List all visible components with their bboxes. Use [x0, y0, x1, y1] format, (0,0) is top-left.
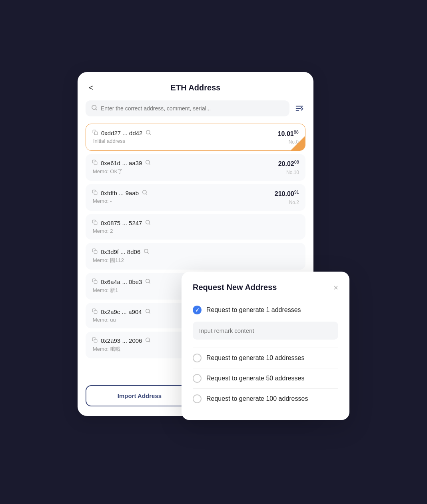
radio-option-2[interactable]: Request to generate 50 addresses — [193, 370, 338, 387]
address-left: 0x2a93 ... 2006 Memo: 哦哦 — [92, 337, 151, 353]
address-item[interactable]: 0xe61d ... aa39 Memo: OK了 20.0208 No.10 — [86, 154, 305, 181]
address-text: 0x3d9f ... 8d06 — [101, 248, 140, 255]
search-address-icon[interactable] — [146, 130, 151, 136]
no-label: No.10 — [286, 170, 299, 175]
radio-option-3[interactable]: Request to generate 100 addresses — [193, 390, 338, 407]
address-text: 0xfdfb ... 9aab — [101, 190, 139, 196]
divider — [193, 368, 338, 368]
copy-icon — [92, 220, 98, 226]
svg-line-10 — [149, 164, 150, 165]
svg-rect-14 — [94, 222, 97, 225]
radio-circle: ✓ — [193, 306, 202, 314]
address-text: 0xdd27 ... dd42 — [101, 130, 142, 136]
search-address-icon[interactable] — [144, 248, 149, 255]
search-address-icon[interactable] — [145, 160, 151, 166]
address-left: 0x6a4a ... 0be3 Memo: 新1 — [92, 278, 151, 294]
address-row: 0x2a9c ... a904 — [92, 308, 151, 315]
page-title: ETH Address — [171, 83, 221, 92]
svg-rect-26 — [94, 339, 97, 342]
filter-button[interactable] — [293, 102, 305, 114]
modal-close-button[interactable]: × — [333, 284, 338, 292]
copy-icon — [92, 248, 98, 255]
checkmark-icon: ✓ — [195, 307, 200, 313]
address-text: 0x2a93 ... 2006 — [101, 337, 142, 344]
memo-text: Memo: 圆112 — [92, 257, 149, 264]
modal-option: Request to generate 100 addresses — [193, 390, 338, 407]
import-address-button[interactable]: Import Address — [86, 385, 194, 406]
address-row: 0xfdfb ... 9aab — [92, 190, 148, 196]
address-left: 0x3d9f ... 8d06 Memo: 圆112 — [92, 248, 149, 264]
svg-rect-17 — [94, 250, 97, 254]
search-input[interactable] — [101, 105, 284, 112]
address-row: 0x3d9f ... 8d06 — [92, 248, 149, 255]
radio-label: Request to generate 1 addresses — [206, 306, 301, 314]
page-header: < ETH Address — [86, 83, 305, 92]
address-item[interactable]: 0x0875 ... 5247 Memo: 2 — [86, 214, 305, 240]
copy-icon — [92, 130, 98, 136]
copy-icon — [92, 308, 98, 315]
copy-icon — [92, 278, 98, 285]
address-text: 0x2a9c ... a904 — [101, 308, 142, 315]
svg-line-7 — [150, 134, 151, 135]
request-new-address-modal: Request New Address × ✓ Request to gener… — [182, 272, 349, 420]
address-left: 0x0875 ... 5247 Memo: 2 — [92, 220, 151, 234]
remark-input[interactable] — [193, 322, 338, 340]
search-address-icon[interactable] — [145, 308, 151, 315]
svg-line-28 — [149, 341, 150, 342]
address-item[interactable]: 0xfdfb ... 9aab Memo: - 210.0091 No.2 — [86, 184, 305, 210]
copy-icon — [92, 190, 98, 196]
address-row: 0xe61d ... aa39 — [92, 160, 151, 166]
svg-rect-11 — [94, 192, 97, 195]
memo-text: Memo: uu — [92, 317, 151, 323]
address-row: 0x2a93 ... 2006 — [92, 337, 151, 344]
svg-line-22 — [149, 282, 150, 283]
radio-option-0[interactable]: ✓ Request to generate 1 addresses — [193, 302, 338, 318]
copy-icon — [92, 160, 98, 166]
active-indicator — [291, 136, 305, 150]
address-text: 0x6a4a ... 0be3 — [101, 278, 142, 285]
address-left: 0x2a9c ... a904 Memo: uu — [92, 308, 151, 323]
balance: 20.0208 — [278, 160, 299, 168]
svg-rect-23 — [94, 310, 97, 314]
address-right: 20.0208 No.10 — [278, 160, 299, 175]
search-address-icon[interactable] — [145, 220, 151, 226]
search-input-wrap — [86, 100, 289, 116]
search-icon — [91, 104, 98, 112]
address-left: 0xe61d ... aa39 Memo: OK了 — [92, 160, 151, 175]
svg-line-1 — [96, 109, 97, 110]
search-address-icon[interactable] — [145, 337, 151, 344]
no-label: No.2 — [289, 200, 299, 205]
address-row: 0x6a4a ... 0be3 — [92, 278, 151, 285]
memo-text: Memo: - — [92, 198, 148, 204]
modal-options-list: ✓ Request to generate 1 addresses Reques… — [193, 302, 338, 407]
address-item[interactable]: 0xdd27 ... dd42 Initial address 10.0188 … — [86, 124, 305, 151]
svg-line-25 — [149, 312, 150, 313]
address-right: 210.0091 No.2 — [275, 190, 299, 205]
svg-line-19 — [148, 252, 149, 253]
radio-label: Request to generate 50 addresses — [206, 375, 305, 382]
radio-circle — [193, 394, 202, 403]
divider — [193, 348, 338, 348]
memo-text: Memo: 新1 — [92, 287, 151, 294]
balance: 210.0091 — [275, 190, 299, 198]
memo-text: Memo: 2 — [92, 228, 151, 234]
address-item[interactable]: 0x3d9f ... 8d06 Memo: 圆112 — [86, 243, 305, 270]
modal-option: Request to generate 10 addresses — [193, 350, 338, 368]
svg-rect-5 — [94, 132, 98, 135]
address-text: 0x0875 ... 5247 — [101, 220, 142, 226]
search-address-icon[interactable] — [142, 190, 148, 196]
svg-rect-8 — [94, 162, 97, 165]
search-address-icon[interactable] — [145, 278, 151, 285]
radio-option-1[interactable]: Request to generate 10 addresses — [193, 350, 338, 366]
copy-icon — [92, 337, 98, 344]
modal-title: Request New Address — [193, 283, 277, 292]
address-row: 0x0875 ... 5247 — [92, 220, 151, 226]
address-text: 0xe61d ... aa39 — [101, 160, 142, 166]
address-left: 0xfdfb ... 9aab Memo: - — [92, 190, 148, 204]
back-button[interactable]: < — [86, 82, 97, 94]
radio-label: Request to generate 100 addresses — [206, 395, 308, 402]
modal-option: ✓ Request to generate 1 addresses — [193, 302, 338, 348]
modal-option: Request to generate 50 addresses — [193, 370, 338, 389]
svg-line-13 — [146, 194, 147, 195]
memo-text: Initial address — [92, 138, 151, 144]
